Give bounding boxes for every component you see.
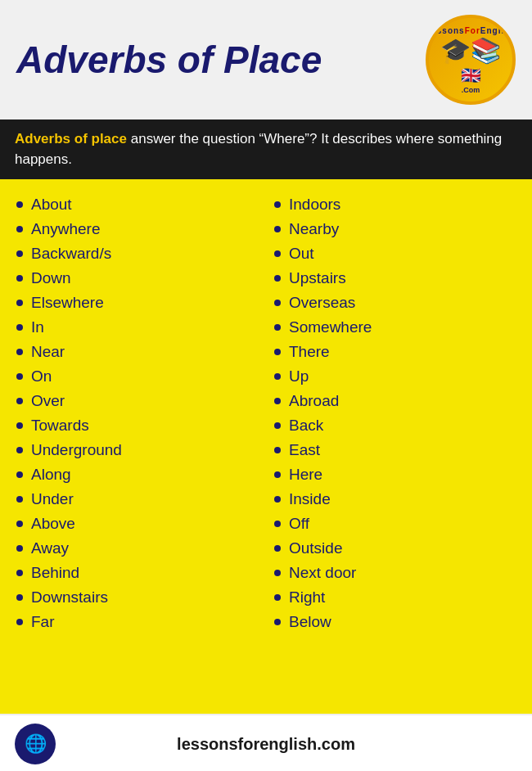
list-item: Somewhere [274, 315, 516, 340]
left-column: AboutAnywhereBackward/sDownElsewhereInNe… [16, 192, 266, 706]
list-item: Far [16, 610, 258, 634]
list-item-text: Towards [31, 417, 89, 435]
header: Adverbs of Place LessonsForEnglish 🎓📚 🇬🇧… [0, 0, 532, 119]
bullet-icon [274, 250, 281, 257]
list-item-text: Elsewhere [31, 294, 104, 312]
description-banner: Adverbs of place answer the question “Wh… [0, 119, 532, 179]
logo-flag-icon: 🇬🇧 [461, 65, 481, 85]
list-item-text: Inside [289, 490, 331, 508]
bullet-icon [16, 300, 23, 306]
list-item-text: Under [31, 490, 74, 508]
bullet-icon [16, 250, 23, 257]
bullet-icon [274, 300, 281, 306]
list-item: Abroad [274, 389, 516, 413]
list-item: Downstairs [16, 585, 258, 610]
list-item-text: Next door [289, 564, 356, 582]
list-item-text: In [31, 318, 44, 336]
list-item: Underground [16, 438, 258, 462]
bullet-icon [274, 545, 281, 552]
list-item: Behind [16, 561, 258, 585]
list-item-text: Back [289, 417, 323, 435]
list-item-text: About [31, 196, 72, 214]
right-column: IndoorsNearbyOutUpstairsOverseasSomewher… [266, 192, 516, 706]
logo: LessonsForEnglish 🎓📚 🇬🇧 .Com [426, 15, 516, 105]
bullet-icon [274, 201, 281, 208]
bullet-icon [16, 521, 23, 527]
list-item-text: Overseas [289, 294, 355, 312]
bullet-icon [16, 447, 23, 453]
list-item-text: Up [289, 367, 309, 386]
description-highlight: Adverbs of place [15, 131, 127, 147]
list-item-text: Above [31, 515, 75, 533]
list-item: On [16, 364, 258, 389]
list-item-text: Along [31, 466, 71, 484]
bullet-icon [16, 398, 23, 404]
list-item: Elsewhere [16, 291, 258, 315]
list-item: Nearby [274, 217, 516, 241]
bullet-icon [274, 349, 281, 355]
list-item: Indoors [274, 192, 516, 217]
bullet-icon [274, 570, 281, 576]
list-item-text: Abroad [289, 392, 339, 410]
logo-bottom-text: .Com [462, 86, 480, 94]
list-item-text: Over [31, 392, 65, 410]
footer-url: lessonsforenglish.com [177, 735, 355, 754]
main-content: AboutAnywhereBackward/sDownElsewhereInNe… [0, 179, 532, 714]
bullet-icon [274, 422, 281, 429]
bullet-icon [274, 471, 281, 478]
bullet-icon [16, 349, 23, 355]
bullet-icon [16, 471, 23, 478]
list-item: There [274, 340, 516, 364]
bullet-icon [16, 373, 23, 380]
bullet-icon [274, 226, 281, 232]
list-item: Outside [274, 536, 516, 561]
bullet-icon [274, 447, 281, 453]
list-item-text: Off [289, 515, 309, 533]
globe-icon: 🌐 [25, 733, 47, 755]
bullet-icon [274, 619, 281, 625]
bullet-icon [16, 545, 23, 552]
list-item: Out [274, 241, 516, 266]
list-item: East [274, 438, 516, 462]
bullet-icon [16, 275, 23, 282]
list-item-text: On [31, 367, 52, 386]
list-item-text: Near [31, 343, 65, 361]
list-item: Overseas [274, 291, 516, 315]
footer-logo-icon: 🌐 [15, 724, 56, 764]
list-item-text: Downstairs [31, 588, 108, 606]
list-item-text: Here [289, 466, 322, 484]
bullet-icon [274, 275, 281, 282]
bullet-icon [16, 324, 23, 331]
list-item: Back [274, 413, 516, 438]
list-item-text: There [289, 343, 330, 361]
list-item: Next door [274, 561, 516, 585]
bullet-icon [274, 594, 281, 601]
list-item: Down [16, 266, 258, 291]
list-item: Along [16, 462, 258, 487]
list-item-text: Outside [289, 539, 342, 557]
bullet-icon [16, 201, 23, 208]
list-item-text: Nearby [289, 220, 339, 238]
list-item: About [16, 192, 258, 217]
list-item-text: Indoors [289, 196, 340, 214]
list-item: Above [16, 512, 258, 536]
list-item-text: Away [31, 539, 69, 557]
list-item-text: Somewhere [289, 318, 372, 336]
list-item: Towards [16, 413, 258, 438]
logo-book-icon: 🎓📚 [440, 36, 501, 65]
footer: 🌐 lessonsforenglish.com [0, 714, 532, 771]
bullet-icon [274, 398, 281, 404]
list-item-text: Out [289, 245, 314, 263]
list-item: Below [274, 610, 516, 634]
list-item: Over [16, 389, 258, 413]
bullet-icon [16, 570, 23, 576]
list-item-text: Far [31, 613, 55, 631]
list-item-text: Anywhere [31, 220, 101, 238]
list-item: Anywhere [16, 217, 258, 241]
list-item-text: Underground [31, 441, 122, 459]
bullet-icon [16, 226, 23, 232]
list-item-text: Down [31, 269, 71, 287]
list-item: Up [274, 364, 516, 389]
bullet-icon [16, 619, 23, 625]
bullet-icon [16, 496, 23, 503]
